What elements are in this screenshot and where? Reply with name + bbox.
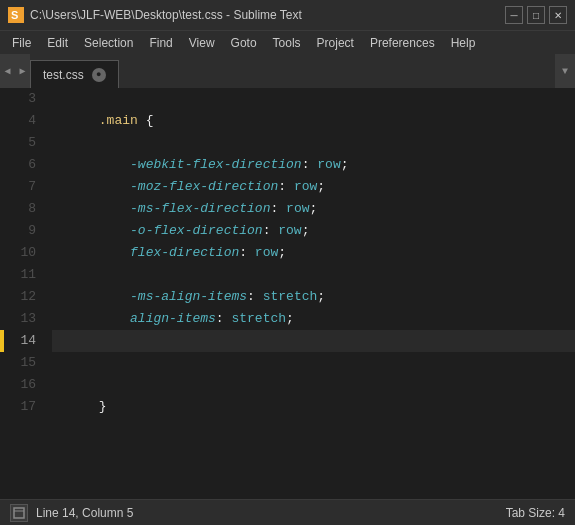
code-line-13 (52, 308, 575, 330)
code-line-15 (52, 352, 575, 374)
menu-goto[interactable]: Goto (223, 34, 265, 52)
code-line-5: -webkit-flex-direction: row; (52, 132, 575, 154)
tab-dropdown-button[interactable]: ▼ (555, 54, 575, 88)
code-line-9: flex-direction: row; (52, 220, 575, 242)
menu-preferences[interactable]: Preferences (362, 34, 443, 52)
gutter-line-10: 10 (0, 242, 48, 264)
tab-test-css[interactable]: test.css ● (30, 60, 119, 88)
code-line-6: -moz-flex-direction: row; (52, 154, 575, 176)
tab-label: test.css (43, 68, 84, 82)
menu-view[interactable]: View (181, 34, 223, 52)
app-icon: S (8, 7, 24, 23)
status-icon (13, 507, 25, 519)
menu-project[interactable]: Project (309, 34, 362, 52)
code-line-11: -ms-align-items: stretch; (52, 264, 575, 286)
code-area[interactable]: .main { -webkit-flex-direction: row; -mo… (48, 88, 575, 499)
gutter-line-8: 8 (0, 198, 48, 220)
code-line-16: } (52, 374, 575, 396)
gutter-line-4: 4 (0, 110, 48, 132)
tab-nav-left: ◀ ▶ (0, 54, 30, 88)
gutter-line-9: 9 (0, 220, 48, 242)
code-line-12: align-items: stretch; (52, 286, 575, 308)
code-line-17 (52, 396, 575, 418)
gutter-line-15: 15 (0, 352, 48, 374)
code-line-3: .main { (52, 88, 575, 110)
gutter-line-3: 3 (0, 88, 48, 110)
code-line-14 (52, 330, 575, 352)
code-line-8: -o-flex-direction: row; (52, 198, 575, 220)
menu-edit[interactable]: Edit (39, 34, 76, 52)
title-bar-controls: ─ □ ✕ (505, 6, 567, 24)
title-bar-left: S C:\Users\JLF-WEB\Desktop\test.css - Su… (8, 7, 302, 23)
svg-text:S: S (11, 9, 18, 21)
editor: 3 4 5 6 7 8 9 10 11 12 13 (0, 88, 575, 499)
close-button[interactable]: ✕ (549, 6, 567, 24)
status-tab-size: Tab Size: 4 (506, 506, 565, 520)
status-icon-box (10, 504, 28, 522)
title-path: C:\Users\JLF-WEB\Desktop\test.css (30, 8, 223, 22)
gutter-line-11: 11 (0, 264, 48, 286)
menu-tools[interactable]: Tools (265, 34, 309, 52)
code-line-7: -ms-flex-direction: row; (52, 176, 575, 198)
tab-close-button[interactable]: ● (92, 68, 106, 82)
gutter-line-5: 5 (0, 132, 48, 154)
gutter-line-17: 17 (0, 396, 48, 418)
title-text: C:\Users\JLF-WEB\Desktop\test.css - Subl… (30, 8, 302, 22)
status-right: Tab Size: 4 (506, 506, 565, 520)
line-number-gutter: 3 4 5 6 7 8 9 10 11 12 13 (0, 88, 48, 499)
maximize-button[interactable]: □ (527, 6, 545, 24)
menu-file[interactable]: File (4, 34, 39, 52)
title-app: Sublime Text (233, 8, 301, 22)
gutter-line-14: 14 (0, 330, 48, 352)
tab-next-button[interactable]: ▶ (15, 54, 30, 88)
status-position: Line 14, Column 5 (36, 506, 133, 520)
tab-prev-button[interactable]: ◀ (0, 54, 15, 88)
tab-bar: ◀ ▶ test.css ● ▼ (0, 54, 575, 88)
gutter-line-13: 13 (0, 308, 48, 330)
minimize-button[interactable]: ─ (505, 6, 523, 24)
menu-bar: File Edit Selection Find View Goto Tools… (0, 30, 575, 54)
gutter-line-7: 7 (0, 176, 48, 198)
menu-help[interactable]: Help (443, 34, 484, 52)
gutter-line-6: 6 (0, 154, 48, 176)
status-bar: Line 14, Column 5 Tab Size: 4 (0, 499, 575, 525)
menu-find[interactable]: Find (141, 34, 180, 52)
status-left: Line 14, Column 5 (10, 504, 133, 522)
tab-nav-right: ▼ (555, 54, 575, 88)
menu-selection[interactable]: Selection (76, 34, 141, 52)
code-line-10 (52, 242, 575, 264)
code-line-4 (52, 110, 575, 132)
title-bar: S C:\Users\JLF-WEB\Desktop\test.css - Su… (0, 0, 575, 30)
svg-rect-2 (14, 508, 24, 518)
gutter-line-12: 12 (0, 286, 48, 308)
gutter-line-16: 16 (0, 374, 48, 396)
